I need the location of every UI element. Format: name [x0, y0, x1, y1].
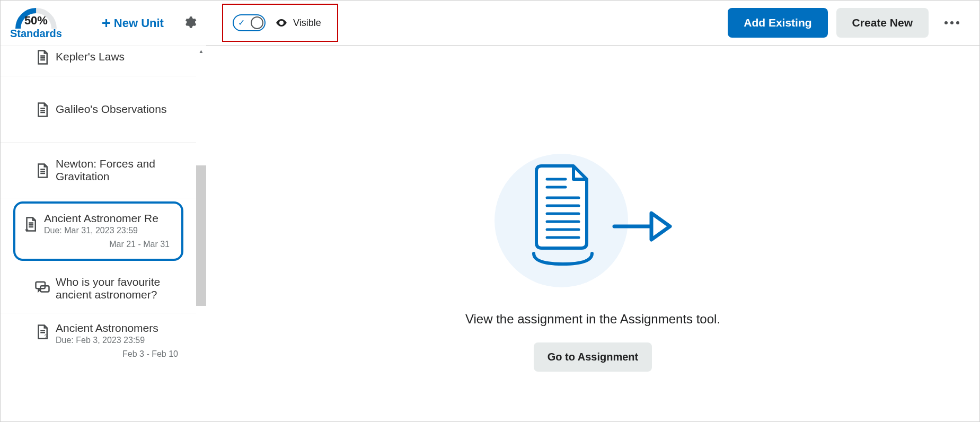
eye-icon [275, 16, 288, 29]
document-icon [34, 102, 50, 118]
standards-link[interactable]: Standards [10, 28, 62, 40]
quiz-icon: ? [34, 324, 50, 340]
assignment-document-icon [523, 163, 603, 269]
new-unit-button[interactable]: New Unit [102, 16, 164, 30]
list-item-title: Who is your favourite ancient astronomer… [56, 276, 186, 301]
sidebar-header: 50% Standards New Unit [1, 1, 206, 46]
list-item-due: Due: Mar 31, 2023 23:59 [44, 226, 181, 235]
svg-text:?: ? [45, 334, 48, 340]
new-unit-label: New Unit [114, 16, 164, 30]
gear-icon [183, 15, 197, 29]
create-new-button[interactable]: Create New [836, 8, 929, 38]
discussion-icon [34, 280, 50, 296]
list-item[interactable]: Newton: Forces and Gravitation [1, 143, 196, 198]
sidebar-items: Kepler's Laws Galileo's Observations [1, 46, 196, 421]
list-item-title: Kepler's Laws [56, 50, 186, 63]
assignment-illustration [487, 154, 699, 302]
list-item-title: Galileo's Observations [56, 103, 186, 116]
scrollbar-thumb[interactable] [196, 165, 206, 306]
main-content: View the assignment in the Assignments t… [206, 46, 979, 421]
dots-icon [944, 21, 948, 24]
list-item-title: Ancient Astronomers [56, 322, 186, 335]
main-region: ✓ Visible Add Existing Create New [206, 1, 979, 421]
plus-icon [102, 19, 111, 28]
progress-standards-widget[interactable]: 50% Standards [10, 6, 62, 40]
list-item-due: Due: Feb 3, 2023 23:59 [56, 336, 186, 345]
check-icon: ✓ [238, 17, 245, 28]
assignment-icon [23, 216, 39, 232]
scroll-up-arrow[interactable]: ▲ [196, 46, 206, 56]
settings-button[interactable] [183, 15, 197, 31]
empty-state-text: View the assignment in the Assignments t… [465, 312, 720, 327]
list-item-selected[interactable]: Ancient Astronomer Re Due: Mar 31, 2023 … [13, 201, 183, 261]
list-item[interactable]: Kepler's Laws [1, 46, 196, 76]
list-item[interactable]: Who is your favourite ancient astronomer… [1, 264, 196, 313]
more-actions-button[interactable] [939, 16, 965, 30]
list-item-title: Newton: Forces and Gravitation [56, 157, 186, 183]
topbar: ✓ Visible Add Existing Create New [206, 1, 979, 46]
list-item[interactable]: ? Ancient Astronomers Due: Feb 3, 2023 2… [1, 313, 196, 362]
document-icon [34, 163, 50, 179]
document-icon [34, 49, 50, 65]
visibility-toggle-highlight: ✓ Visible [222, 4, 338, 42]
sidebar: 50% Standards New Unit Kepl [1, 1, 206, 421]
sidebar-scrollbar[interactable]: ▲ [196, 46, 206, 421]
list-item[interactable]: Galileo's Observations [1, 76, 196, 143]
progress-pct-label: 50% [15, 14, 57, 28]
visibility-label: Visible [275, 16, 321, 29]
list-item-date-range: Feb 3 - Feb 10 [56, 349, 186, 359]
list-item-date-range: Mar 21 - Mar 31 [44, 240, 181, 249]
go-to-assignment-button[interactable]: Go to Assignment [534, 342, 652, 372]
visibility-toggle[interactable]: ✓ [233, 14, 266, 31]
arrow-right-icon [612, 208, 675, 245]
sidebar-list-region: Kepler's Laws Galileo's Observations [1, 46, 206, 421]
list-item-title: Ancient Astronomer Re [44, 212, 174, 225]
add-existing-button[interactable]: Add Existing [728, 8, 827, 38]
progress-arc: 50% [15, 6, 57, 29]
toggle-knob [251, 16, 263, 29]
